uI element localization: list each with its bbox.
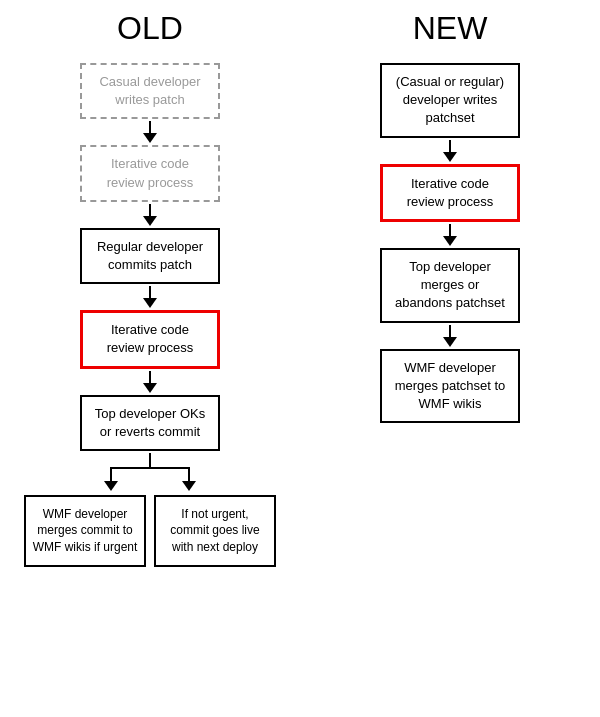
old-box2: Iterative code review process: [80, 145, 220, 201]
old-arrow3: [143, 286, 157, 308]
old-box1: Casual developer writes patch: [80, 63, 220, 119]
new-box2: Iterative code review process: [380, 164, 520, 222]
old-arrow2: [143, 204, 157, 226]
new-column: NEW (Casual or regular) developer writes…: [300, 10, 600, 707]
new-arrow2: [443, 224, 457, 246]
old-box4: Iterative code review process: [80, 310, 220, 368]
old-arrow1: [143, 121, 157, 143]
old-column: OLD Casual developer writes patch Iterat…: [0, 10, 300, 707]
old-box6b: If not urgent, commit goes live with nex…: [154, 495, 276, 567]
new-arrow1: [443, 140, 457, 162]
new-box1: (Casual or regular) developer writes pat…: [380, 63, 520, 138]
new-title: NEW: [413, 10, 488, 47]
new-arrow3: [443, 325, 457, 347]
old-box6a: WMF developer merges commit to WMF wikis…: [24, 495, 146, 567]
new-box4: WMF developer merges patchset to WMF wik…: [380, 349, 520, 424]
new-box3: Top developer merges or abandons patchse…: [380, 248, 520, 323]
old-box5: Top developer OKs or reverts commit: [80, 395, 220, 451]
old-box3: Regular developer commits patch: [80, 228, 220, 284]
old-arrow4: [143, 371, 157, 393]
diagram: OLD Casual developer writes patch Iterat…: [0, 0, 600, 717]
old-title: OLD: [117, 10, 183, 47]
old-bottom-boxes: WMF developer merges commit to WMF wikis…: [10, 495, 290, 567]
old-split-arrow: [80, 453, 220, 493]
